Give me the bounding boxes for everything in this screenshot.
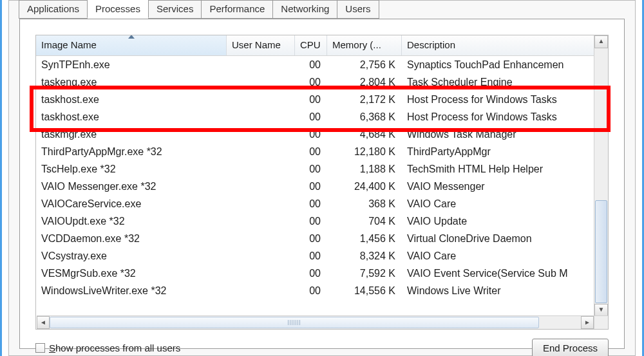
cell-user-name	[227, 195, 295, 212]
cell-description: Synaptics TouchPad Enhancemen	[402, 56, 608, 73]
scroll-left-icon[interactable]: ◄	[37, 316, 50, 329]
cell-user-name	[227, 56, 295, 73]
column-header-cpu[interactable]: CPU	[295, 35, 327, 55]
column-header-image-name[interactable]: Image Name	[36, 35, 227, 55]
end-process-button[interactable]: End Process	[532, 339, 609, 356]
cell-description: Host Process for Windows Tasks	[402, 91, 608, 108]
scroll-right-icon[interactable]: ►	[581, 316, 594, 329]
cell-memory: 24,400 K	[327, 178, 402, 195]
table-row[interactable]: VESMgrSub.exe *32007,592 KVAIO Event Ser…	[36, 265, 608, 282]
cell-image-name: VAIOCareService.exe	[36, 195, 227, 212]
cell-description: VAIO Care	[402, 247, 608, 265]
table-row[interactable]: taskmgr.exe004,684 KWindows Task Manager	[36, 126, 608, 143]
cell-user-name	[227, 247, 295, 265]
cell-description: Host Process for Windows Tasks	[402, 108, 608, 126]
cell-user-name	[227, 178, 295, 195]
cell-user-name	[227, 91, 295, 108]
cell-cpu: 00	[295, 247, 327, 265]
cell-memory: 12,180 K	[327, 143, 402, 160]
table-row[interactable]: taskeng.exe002,804 KTask Scheduler Engin…	[36, 73, 608, 91]
cell-user-name	[227, 282, 295, 299]
table-row[interactable]: ThirdPartyAppMgr.exe *320012,180 KThirdP…	[36, 143, 608, 160]
cell-cpu: 00	[295, 91, 327, 108]
tab-strip: ApplicationsProcessesServicesPerformance…	[19, 0, 625, 19]
cell-description: VAIO Messenger	[402, 178, 608, 195]
cell-image-name: taskhost.exe	[36, 108, 227, 126]
cell-description: Windows Task Manager	[402, 126, 608, 143]
cell-image-name: taskhost.exe	[36, 91, 227, 108]
cell-image-name: ThirdPartyAppMgr.exe *32	[36, 143, 227, 160]
cell-memory: 4,684 K	[327, 126, 402, 143]
table-row[interactable]: SynTPEnh.exe002,756 KSynaptics TouchPad …	[36, 56, 608, 73]
table-row[interactable]: taskhost.exe002,172 KHost Process for Wi…	[36, 91, 608, 108]
cell-memory: 368 K	[327, 195, 402, 212]
column-header-label: Image Name	[41, 39, 97, 50]
vertical-scrollbar[interactable]: ▲ ▼	[594, 35, 608, 317]
table-row[interactable]: WindowsLiveWriter.exe *320014,556 KWindo…	[36, 282, 608, 299]
cell-image-name: VAIO Messenger.exe *32	[36, 178, 227, 195]
table-row[interactable]: TscHelp.exe *32001,188 KTechSmith HTML H…	[36, 160, 608, 178]
cell-description: TechSmith HTML Help Helper	[402, 160, 608, 178]
column-header-description[interactable]: Description	[402, 35, 608, 55]
cell-cpu: 00	[295, 143, 327, 160]
cell-image-name: VAIOUpdt.exe *32	[36, 212, 227, 230]
cell-user-name	[227, 126, 295, 143]
tab-performance[interactable]: Performance	[201, 0, 273, 19]
cell-description: Virtual CloneDrive Daemon	[402, 230, 608, 247]
cell-cpu: 00	[295, 160, 327, 178]
cell-user-name	[227, 108, 295, 126]
cell-user-name	[227, 143, 295, 160]
cell-memory: 704 K	[327, 212, 402, 230]
cell-description: Task Scheduler Engine	[402, 73, 608, 91]
cell-cpu: 00	[295, 212, 327, 230]
cell-image-name: VCsystray.exe	[36, 247, 227, 265]
show-all-processes-checkbox[interactable]: Show processes from all users	[35, 342, 180, 353]
cell-user-name	[227, 265, 295, 282]
column-header-memory[interactable]: Memory (...	[327, 35, 402, 55]
cell-image-name: VCDDaemon.exe *32	[36, 230, 227, 247]
tab-applications[interactable]: Applications	[19, 0, 88, 19]
table-row[interactable]: VAIOCareService.exe00368 KVAIO Care	[36, 195, 608, 212]
tab-networking[interactable]: Networking	[272, 0, 337, 19]
cell-image-name: taskeng.exe	[36, 73, 227, 91]
table-row[interactable]: VCDDaemon.exe *32001,456 KVirtual CloneD…	[36, 230, 608, 247]
cell-description: VAIO Update	[402, 212, 608, 230]
process-table: Image Name User Name CPU Memory (... Des…	[35, 35, 609, 330]
cell-cpu: 00	[295, 73, 327, 91]
table-row[interactable]: VAIOUpdt.exe *3200704 KVAIO Update	[36, 212, 608, 230]
cell-description: ThirdPartyAppMgr	[402, 143, 608, 160]
checkbox-icon	[35, 343, 45, 353]
horizontal-scrollbar-thumb[interactable]	[50, 317, 539, 328]
cell-memory: 1,188 K	[327, 160, 402, 178]
process-table-body: SynTPEnh.exe002,756 KSynaptics TouchPad …	[36, 56, 608, 317]
cell-image-name: WindowsLiveWriter.exe *32	[36, 282, 227, 299]
table-row[interactable]: taskhost.exe006,368 KHost Process for Wi…	[36, 108, 608, 126]
cell-memory: 7,592 K	[327, 265, 402, 282]
cell-cpu: 00	[295, 126, 327, 143]
tab-users[interactable]: Users	[337, 0, 379, 19]
cell-description: Windows Live Writer	[402, 282, 608, 299]
table-row[interactable]: VAIO Messenger.exe *320024,400 KVAIO Mes…	[36, 178, 608, 195]
column-header-user-name[interactable]: User Name	[227, 35, 295, 55]
scrollbar-thumb[interactable]	[595, 200, 607, 303]
cell-memory: 8,324 K	[327, 247, 402, 265]
cell-memory: 2,804 K	[327, 73, 402, 91]
cell-user-name	[227, 160, 295, 178]
cell-image-name: VESMgrSub.exe *32	[36, 265, 227, 282]
scroll-up-icon[interactable]: ▲	[594, 35, 608, 48]
cell-memory: 2,756 K	[327, 56, 402, 73]
cell-memory: 2,172 K	[327, 91, 402, 108]
cell-user-name	[227, 73, 295, 91]
scroll-down-icon[interactable]: ▼	[594, 304, 608, 317]
cell-user-name	[227, 212, 295, 230]
sort-ascending-icon	[128, 35, 135, 39]
cell-image-name: TscHelp.exe *32	[36, 160, 227, 178]
tab-processes[interactable]: Processes	[87, 0, 149, 18]
cell-cpu: 00	[295, 178, 327, 195]
cell-cpu: 00	[295, 56, 327, 73]
tab-services[interactable]: Services	[148, 0, 202, 19]
horizontal-scrollbar[interactable]: ◄ ►	[37, 315, 594, 329]
processes-tab-content: Image Name User Name CPU Memory (... Des…	[19, 19, 625, 349]
table-row[interactable]: VCsystray.exe008,324 KVAIO Care	[36, 247, 608, 265]
cell-cpu: 00	[295, 195, 327, 212]
